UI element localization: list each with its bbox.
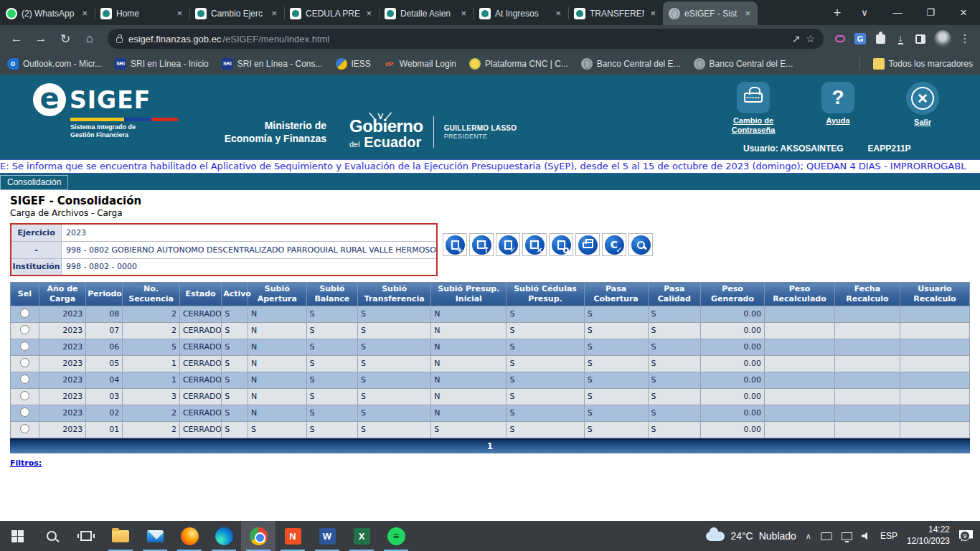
side-panel-icon[interactable]	[914, 32, 927, 45]
search-records-button[interactable]	[628, 233, 653, 256]
form-field-value[interactable]: 998 - 0802 - 0000	[62, 258, 437, 276]
home-icon[interactable]: ⌂	[79, 28, 100, 50]
tab-close-icon[interactable]: ×	[175, 8, 184, 19]
browser-tab[interactable]: CEDULA PRE×	[284, 1, 379, 25]
filters-link[interactable]: Filtros:	[10, 458, 42, 468]
preview-document-button[interactable]	[549, 233, 573, 256]
taskbar-start-button[interactable]	[0, 521, 34, 551]
table-cell: S	[222, 372, 248, 388]
cpanel-favicon-icon: cP	[384, 58, 395, 70]
browser-menu-icon[interactable]: ⋮	[958, 32, 971, 45]
notification-center[interactable]: 9	[959, 530, 973, 542]
tab-close-icon[interactable]: ×	[649, 8, 657, 19]
column-header: Fecha Recalculo	[834, 283, 900, 306]
downloads-icon[interactable]: ↓	[894, 32, 907, 45]
header-action-label: Cambio de Contraseña	[720, 116, 786, 135]
form-field-value[interactable]: 2023	[62, 224, 437, 241]
row-select-radio[interactable]	[20, 424, 29, 433]
weather-widget[interactable]: 24°C Nublado	[706, 530, 796, 542]
browser-toolbar: ← → ↻ ⌂ esigef.finanzas.gob.ec/eSIGEF/me…	[0, 25, 980, 52]
browser-tab[interactable]: Home×	[95, 1, 189, 25]
bookmark-item[interactable]: IESS	[336, 58, 371, 70]
taskbar-word-button[interactable]: W	[310, 521, 344, 551]
close-window-button[interactable]: ×	[947, 0, 980, 25]
new-record-button[interactable]: +	[443, 233, 467, 256]
validate-form-button[interactable]: ✓	[496, 233, 520, 256]
print-button[interactable]	[575, 233, 600, 256]
taskbar-edge-button[interactable]	[207, 521, 241, 551]
pagination-bar[interactable]: 1	[10, 438, 970, 453]
tab-close-icon[interactable]: ×	[554, 8, 562, 19]
taskbar-task-view-button[interactable]	[69, 521, 103, 551]
minimize-button[interactable]: —	[881, 0, 914, 25]
save-upload-button[interactable]: ↑	[469, 233, 494, 256]
help-button[interactable]: ?Ayuda	[805, 82, 871, 135]
all-bookmarks-button[interactable]: Todos los marcadores	[873, 58, 973, 70]
address-bar[interactable]: esigef.finanzas.gob.ec/eSIGEF/menu/index…	[108, 29, 824, 49]
bookmark-star-icon[interactable]: ☆	[806, 33, 815, 44]
form-row: Institución998 - 0802 - 0000	[11, 258, 437, 276]
clock-widget[interactable]: 14:22 12/10/2023	[907, 524, 950, 547]
maximize-button[interactable]: ❐	[914, 0, 947, 25]
tab-search-chevron-icon[interactable]: ∨	[848, 0, 881, 25]
browser-tab[interactable]: TRANSFEREN×	[568, 1, 663, 25]
form-field-value[interactable]: 998 - 0802 GOBIERNO AUTONOMO DESCENTRALI…	[62, 241, 437, 258]
extensions-puzzle-icon[interactable]	[874, 32, 887, 45]
extension-pink-icon[interactable]	[834, 32, 847, 45]
delete-record-button[interactable]: ×	[522, 233, 547, 256]
taskbar-excel-button[interactable]: X	[344, 521, 379, 551]
browser-tab[interactable]: At Ingresos×	[473, 1, 568, 25]
bookmark-item[interactable]: SRISRI en Línea - Cons...	[222, 58, 323, 70]
windows-taskbar: NWX≡ 24°C Nublado ∧ ESP 14:22 12/10/2023…	[0, 521, 980, 551]
approve-check-button[interactable]: C✓	[602, 233, 626, 256]
profile-avatar[interactable]	[934, 30, 951, 47]
taskbar-nitro-pdf-button[interactable]: N	[275, 521, 310, 551]
reload-icon[interactable]: ↻	[55, 28, 76, 50]
browser-tab[interactable]: (2) WhatsApp×	[0, 1, 95, 25]
bookmark-item[interactable]: oOutlook.com - Micr...	[7, 58, 102, 70]
taskbar-spotify-button[interactable]: ≡	[379, 521, 413, 551]
keyboard-language[interactable]: ESP	[880, 531, 897, 541]
table-row: 2023072CERRADOSNSSNSSS0.00	[11, 322, 970, 339]
row-select-radio[interactable]	[20, 325, 29, 334]
row-select-radio[interactable]	[20, 342, 29, 351]
taskbar-explorer-button[interactable]	[103, 521, 138, 551]
volume-icon[interactable]	[862, 532, 871, 540]
logout-button[interactable]: ×Salir	[890, 82, 956, 135]
tab-close-icon[interactable]: ×	[364, 8, 373, 19]
tab-close-icon[interactable]: ×	[743, 8, 752, 19]
browser-tab[interactable]: Detalle Asien×	[379, 1, 473, 25]
taskbar-search-button[interactable]	[34, 521, 69, 551]
row-select-radio[interactable]	[20, 408, 29, 417]
tray-overflow-chevron-icon[interactable]: ∧	[806, 532, 811, 541]
row-select-radio[interactable]	[20, 358, 29, 367]
tab-close-icon[interactable]: ×	[80, 8, 89, 19]
forward-icon[interactable]: →	[30, 28, 52, 50]
share-icon[interactable]: ↗	[792, 33, 801, 44]
translate-icon[interactable]: G	[854, 32, 867, 45]
bookmark-item[interactable]: Banco Central del E...	[694, 58, 793, 70]
bookmark-item[interactable]: Banco Central del E...	[581, 58, 681, 70]
bookmark-item[interactable]: SRISRI en Línea - Inicio	[115, 58, 209, 70]
back-icon[interactable]: ←	[6, 28, 27, 50]
network-icon[interactable]	[842, 532, 852, 540]
ssl-lock-icon[interactable]	[116, 37, 123, 43]
change-password-button[interactable]: •••••Cambio de Contraseña	[720, 82, 786, 135]
browser-tab[interactable]: Cambio Ejerc×	[189, 1, 284, 25]
row-select-radio[interactable]	[20, 391, 29, 400]
new-tab-button[interactable]: +	[826, 2, 848, 24]
row-select-radio[interactable]	[20, 309, 29, 318]
table-cell: S	[584, 405, 648, 421]
row-select-radio[interactable]	[20, 375, 29, 384]
bookmark-item[interactable]: Plataforma CNC | C...	[469, 58, 568, 70]
taskbar-chrome-button[interactable]	[241, 521, 275, 551]
taskbar-firefox-button[interactable]	[172, 521, 207, 551]
taskbar-mail-button[interactable]	[138, 521, 172, 551]
tab-consolidacion[interactable]: Consolidación	[0, 175, 68, 190]
table-cell: 2023	[39, 306, 85, 322]
cast-icon[interactable]	[821, 532, 832, 540]
tab-close-icon[interactable]: ×	[270, 8, 278, 19]
bookmark-item[interactable]: cPWebmail Login	[384, 58, 456, 70]
browser-tab[interactable]: eSIGEF - Sist×	[663, 1, 758, 25]
tab-close-icon[interactable]: ×	[459, 8, 468, 19]
